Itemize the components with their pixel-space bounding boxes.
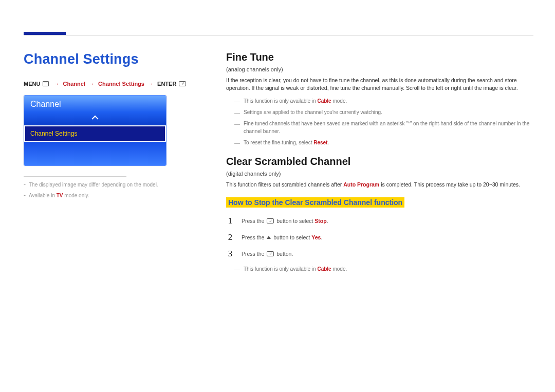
- chevron-up-icon: [91, 115, 99, 120]
- breadcrumb-seg-channel-settings: Channel Settings: [98, 81, 144, 87]
- step-text: Press the button to select Stop.: [242, 218, 328, 224]
- osd-header: Channel: [24, 96, 166, 112]
- page-content: Channel Settings MENU → Channel → Channe…: [24, 51, 533, 392]
- breadcrumb-enter-label: ENTER: [157, 81, 176, 87]
- steps-list: 1 Press the button to select Stop. 2 Pre…: [226, 216, 533, 259]
- fine-tune-body: If the reception is clear, you do not ha…: [226, 77, 533, 92]
- breadcrumb-menu-label: MENU: [24, 81, 40, 87]
- up-arrow-icon: [267, 236, 271, 239]
- footnote-image-differ: - The displayed image may differ dependi…: [24, 182, 198, 188]
- osd-scroll-up[interactable]: [24, 112, 166, 125]
- menu-icon: [43, 81, 49, 86]
- step-3: 3 Press the button.: [226, 249, 533, 259]
- footnote-text: The displayed image may differ depending…: [29, 182, 158, 188]
- subnote-analog: (analog channels only): [226, 66, 533, 72]
- arrow-icon: →: [146, 81, 156, 87]
- arrow-icon: →: [52, 81, 62, 87]
- dash-icon: -: [24, 193, 26, 198]
- list-item: Fine tuned channels that have been saved…: [235, 120, 533, 135]
- osd-selected-item[interactable]: Channel Settings: [24, 125, 166, 142]
- list-item: This function is only available in Cable…: [235, 265, 533, 273]
- enter-icon: [267, 218, 274, 223]
- list-item: Settings are applied to the channel you'…: [235, 108, 533, 116]
- right-column: Fine Tune (analog channels only) If the …: [226, 51, 533, 392]
- heading-clear-scrambled: Clear Scrambled Channel: [226, 156, 533, 167]
- dash-icon: -: [24, 182, 26, 187]
- footnote-tv-mode: - Available in TV mode only.: [24, 193, 198, 198]
- osd-panel: Channel Channel Settings: [24, 95, 166, 166]
- header-divider: [24, 35, 533, 35]
- osd-footer-area: [24, 142, 166, 165]
- breadcrumb-seg-channel: Channel: [63, 81, 85, 87]
- footnote-text: Available in TV mode only.: [29, 193, 89, 198]
- fine-tune-notes: This function is only available in Cable…: [235, 97, 533, 146]
- step-text: Press the button.: [242, 251, 293, 257]
- step-text: Press the button to select Yes.: [242, 234, 322, 240]
- step-number: 3: [226, 249, 234, 259]
- enter-icon: [267, 251, 274, 256]
- page-title: Channel Settings: [24, 51, 198, 67]
- list-item: To reset the fine-tuning, select Reset.: [235, 139, 533, 146]
- subnote-digital: (digital channels only): [226, 171, 533, 177]
- enter-icon: [179, 81, 186, 86]
- step-number: 1: [226, 216, 234, 226]
- left-divider: [24, 176, 126, 177]
- step-number: 2: [226, 232, 234, 242]
- clear-scrambled-body: This function filters out scrambled chan…: [226, 181, 533, 189]
- breadcrumb: MENU → Channel → Channel Settings → ENTE…: [24, 81, 198, 87]
- step-2: 2 Press the button to select Yes.: [226, 232, 533, 242]
- step-1: 1 Press the button to select Stop.: [226, 216, 533, 226]
- left-column: Channel Settings MENU → Channel → Channe…: [24, 51, 198, 392]
- list-item: This function is only available in Cable…: [235, 97, 533, 105]
- arrow-icon: →: [87, 81, 97, 87]
- heading-fine-tune: Fine Tune: [226, 51, 533, 63]
- clear-scrambled-notes: This function is only available in Cable…: [235, 265, 533, 273]
- heading-how-to-stop: How to Stop the Clear Scrambled Channel …: [226, 197, 404, 208]
